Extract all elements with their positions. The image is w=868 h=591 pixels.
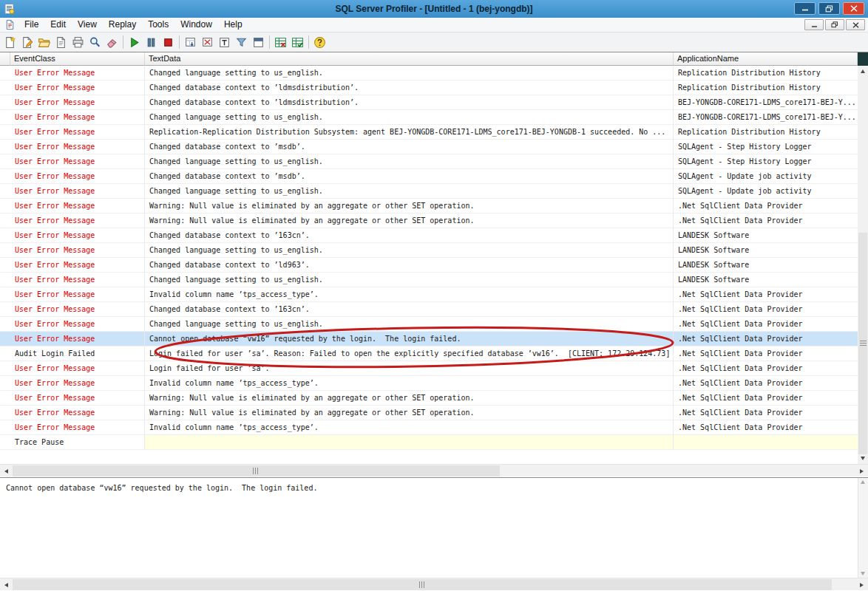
trace-row[interactable]: User Error MessageWarning: Null value is… — [0, 406, 858, 420]
stop-trace-icon[interactable] — [160, 34, 177, 51]
application-name-cell: .Net SqlClient Data Provider — [674, 391, 858, 406]
trace-row[interactable]: User Error MessageInvalid column name ’t… — [0, 376, 858, 391]
close-icon — [850, 5, 858, 12]
text-data-cell: Replication-Replication Distribution Sub… — [145, 125, 674, 140]
trace-row[interactable]: User Error MessageLogin failed for user … — [0, 361, 858, 376]
minimize-button[interactable] — [794, 2, 816, 15]
trace-row[interactable]: User Error MessageChanged language setti… — [0, 273, 858, 287]
clear-window-icon[interactable] — [199, 34, 216, 51]
text-data-cell: Changed language setting to us_english. — [145, 154, 674, 169]
trace-row[interactable]: User Error MessageChanged language setti… — [0, 66, 858, 81]
vertical-scroll-thumb[interactable] — [858, 233, 867, 454]
trace-row[interactable]: User Error MessageInvalid column name ’t… — [0, 420, 858, 435]
export-trace-icon[interactable] — [69, 34, 87, 51]
menu-view[interactable]: View — [72, 18, 103, 32]
mdi-close-button[interactable] — [846, 19, 865, 30]
row-margin — [0, 125, 10, 140]
application-name-cell: .Net SqlClient Data Provider — [674, 332, 858, 346]
toggle-pane-icon[interactable] — [250, 34, 267, 51]
trace-row[interactable]: User Error MessageChanged database conte… — [0, 258, 858, 273]
trace-row[interactable]: User Error MessageReplication-Replicatio… — [0, 125, 858, 140]
trace-row[interactable]: User Error MessageChanged database conte… — [0, 302, 858, 317]
column-header-applicationname[interactable]: ApplicationName — [674, 52, 858, 66]
trace-row[interactable]: User Error MessageChanged language setti… — [0, 154, 858, 169]
close-button[interactable] — [843, 2, 864, 15]
application-name-cell: .Net SqlClient Data Provider — [674, 346, 858, 361]
mdi-restore-button[interactable] — [825, 19, 844, 30]
help-icon[interactable] — [311, 34, 328, 51]
filter-icon[interactable] — [233, 34, 250, 51]
profiler-window: SQL Server Profiler - [Untitled - 1 (bej… — [0, 0, 868, 591]
detail-horizontal-scrollbar[interactable] — [0, 578, 868, 590]
column-chooser-icon[interactable] — [216, 34, 233, 51]
document-icon — [4, 19, 16, 30]
scroll-left-arrow[interactable] — [0, 465, 13, 477]
event-class-cell: User Error Message — [10, 376, 145, 391]
scroll-up-arrow[interactable] — [858, 66, 868, 77]
trace-row[interactable]: User Error MessageChanged database conte… — [0, 95, 858, 110]
application-name-cell — [674, 435, 858, 450]
title-bar[interactable]: SQL Server Profiler - [Untitled - 1 (bej… — [0, 0, 868, 18]
text-data-cell: Warning: Null value is eliminated by an … — [145, 406, 674, 420]
grid-horizontal-scrollbar[interactable] — [0, 464, 868, 476]
row-margin — [0, 376, 10, 391]
trace-row[interactable]: User Error MessageChanged language setti… — [0, 110, 858, 125]
trace-row-selected[interactable]: User Error MessageCannot open database “… — [0, 332, 858, 346]
new-trace-icon[interactable] — [1, 34, 18, 51]
event-class-cell: User Error Message — [10, 243, 145, 258]
application-name-cell: .Net SqlClient Data Provider — [674, 361, 858, 376]
trace-row[interactable]: Audit Login FailedLogin failed for user … — [0, 346, 858, 361]
trace-row[interactable]: User Error MessageChanged database conte… — [0, 169, 858, 184]
trace-row[interactable]: User Error MessageChanged database conte… — [0, 228, 858, 243]
menu-help[interactable]: Help — [218, 18, 248, 32]
detail-scroll-right-arrow[interactable] — [855, 578, 868, 591]
trace-row[interactable]: User Error MessageChanged language setti… — [0, 317, 858, 332]
trace-row[interactable]: User Error MessageChanged language setti… — [0, 184, 858, 199]
horizontal-scroll-thumb[interactable] — [13, 465, 500, 476]
event-class-cell: Trace Pause — [10, 435, 145, 450]
menu-file[interactable]: File — [18, 18, 44, 32]
trace-row[interactable]: User Error MessageChanged language setti… — [0, 243, 858, 258]
menu-window[interactable]: Window — [174, 18, 218, 32]
restore-button[interactable] — [818, 2, 840, 15]
clear-trace-icon[interactable] — [104, 34, 121, 51]
open-trace-icon[interactable] — [35, 34, 52, 51]
grid-vertical-scrollbar[interactable] — [858, 66, 868, 464]
pause-trace-icon[interactable] — [143, 34, 160, 51]
trace-row[interactable]: User Error MessageWarning: Null value is… — [0, 391, 858, 406]
trace-row[interactable]: User Error MessageChanged database conte… — [0, 81, 858, 95]
detail-horizontal-scroll-thumb[interactable] — [13, 579, 832, 590]
autoscroll-icon[interactable] — [182, 34, 199, 51]
menu-replay[interactable]: Replay — [103, 18, 142, 32]
grid-apply-icon[interactable] — [289, 34, 306, 51]
application-name-cell: .Net SqlClient Data Provider — [674, 406, 858, 420]
text-data-cell: Changed language setting to us_english. — [145, 273, 674, 287]
save-trace-icon[interactable] — [52, 34, 69, 51]
application-name-cell: LANDESK Software — [674, 228, 858, 243]
find-icon[interactable] — [87, 34, 104, 51]
trace-row[interactable]: Trace Pause — [0, 435, 858, 450]
trace-row[interactable]: User Error MessageWarning: Null value is… — [0, 199, 858, 213]
column-header-eventclass[interactable]: EventClass — [10, 52, 145, 66]
menu-edit[interactable]: Edit — [44, 18, 72, 32]
toolbar-separator — [123, 35, 123, 49]
trace-row[interactable]: User Error MessageWarning: Null value is… — [0, 213, 858, 228]
start-trace-icon[interactable] — [126, 34, 143, 51]
row-margin — [0, 169, 10, 184]
menu-tools[interactable]: Tools — [142, 18, 174, 32]
mdi-minimize-button[interactable] — [804, 19, 824, 30]
column-header-textdata[interactable]: TextData — [145, 52, 674, 66]
trace-row[interactable]: User Error MessageChanged database conte… — [0, 140, 858, 154]
detail-vertical-scrollbar[interactable] — [858, 478, 868, 578]
new-template-icon[interactable] — [18, 34, 35, 51]
text-data-cell: Login failed for user ’sa’. Reason: Fail… — [145, 346, 674, 361]
detail-scroll-left-arrow[interactable] — [0, 578, 13, 591]
trace-row[interactable]: User Error MessageInvalid column name ’t… — [0, 287, 858, 302]
toolbar-separator — [269, 35, 270, 49]
detail-scroll-up-arrow[interactable] — [861, 480, 865, 484]
event-class-cell: User Error Message — [10, 154, 145, 169]
grid-cancel-icon[interactable] — [272, 34, 289, 51]
scroll-down-arrow[interactable] — [858, 453, 868, 464]
detail-scroll-down-arrow[interactable] — [861, 572, 865, 575]
scroll-right-arrow[interactable] — [855, 465, 868, 477]
